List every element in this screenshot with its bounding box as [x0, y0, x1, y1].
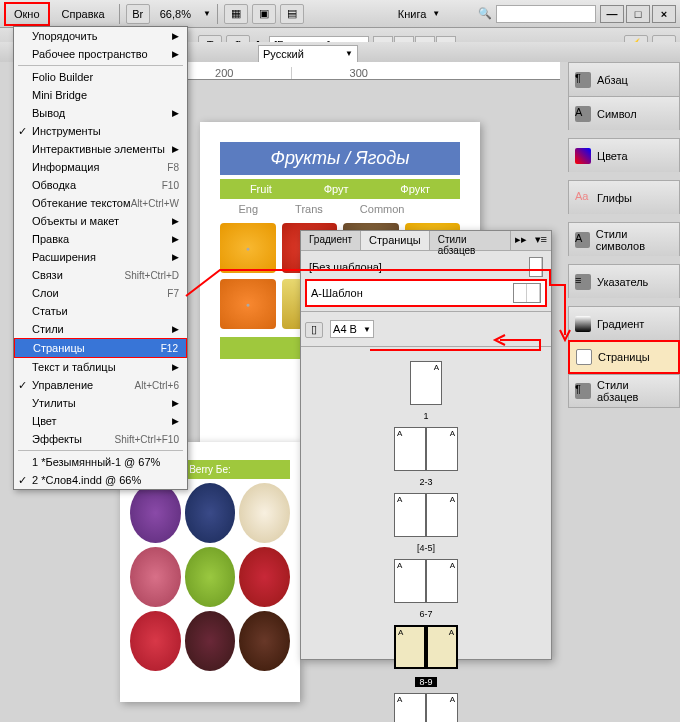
- master-a-template[interactable]: A-Шаблон: [305, 279, 547, 307]
- gradient-icon: [575, 316, 591, 332]
- paragraph-icon: ¶: [575, 72, 591, 88]
- menu-tools[interactable]: ✓Инструменты: [14, 122, 187, 140]
- menu-utilities[interactable]: Утилиты▶: [14, 394, 187, 412]
- window-menu-dropdown: Упорядочить▶ Рабочее пространство▶ Folio…: [13, 26, 188, 490]
- menu-doc1[interactable]: 1 *Безымянный-1 @ 67%: [14, 453, 187, 471]
- tab-para-styles[interactable]: Стили абзацев: [430, 231, 511, 250]
- menu-arrange[interactable]: Упорядочить▶: [14, 27, 187, 45]
- tab-gradient[interactable]: Градиент: [301, 231, 361, 250]
- page-size-icon[interactable]: ▯: [305, 322, 323, 338]
- menu-control[interactable]: ✓УправлениеAlt+Ctrl+6: [14, 376, 187, 394]
- para-styles-icon: ¶: [575, 383, 591, 399]
- menu-edit[interactable]: Правка▶: [14, 230, 187, 248]
- top-toolbar: Окно Справка Br 66,8%▼ ▦ ▣ ▤ Книга▼ 🔍 — …: [0, 0, 680, 28]
- right-panels: ¶Абзац AСимвол Цвета AaГлифы AСтили симв…: [568, 62, 680, 408]
- panel-colors[interactable]: Цвета: [568, 138, 680, 172]
- page-thumb-5[interactable]: A: [426, 493, 458, 537]
- menu-styles[interactable]: Стили▶: [14, 320, 187, 338]
- menu-window[interactable]: Окно: [4, 2, 50, 26]
- menu-stroke[interactable]: ОбводкаF10: [14, 176, 187, 194]
- page-thumb-8[interactable]: A: [394, 625, 426, 669]
- zoom-level[interactable]: 66,8%: [154, 8, 197, 20]
- page-thumb-2[interactable]: A: [394, 427, 426, 471]
- pages-floating-panel: Градиент Страницы Стили абзацев ▸▸ ▾≡ [Б…: [300, 230, 552, 660]
- page-thumb-10[interactable]: A: [394, 693, 426, 722]
- panel-collapse-icon[interactable]: ▸▸: [511, 231, 531, 250]
- page-thumb-9[interactable]: A: [426, 625, 458, 669]
- panel-menu-icon[interactable]: ▾≡: [531, 231, 551, 250]
- panel-index[interactable]: ≡Указатель: [568, 264, 680, 298]
- panel-paragraph[interactable]: ¶Абзац: [568, 62, 680, 96]
- menu-articles[interactable]: Статьи: [14, 302, 187, 320]
- master-none[interactable]: [Без шаблона]: [305, 255, 547, 279]
- menu-doc2[interactable]: ✓2 *Слов4.indd @ 66%: [14, 471, 187, 489]
- doc-subheader: FruitФрутФрукт: [220, 179, 460, 199]
- minimize-button[interactable]: —: [600, 5, 624, 23]
- panel-character[interactable]: AСимвол: [568, 96, 680, 130]
- page-thumb-1[interactable]: A: [410, 361, 442, 405]
- pages-icon: [576, 349, 592, 365]
- character-icon: A: [575, 106, 591, 122]
- page-thumb-7[interactable]: A: [426, 559, 458, 603]
- char-styles-icon: A: [575, 232, 590, 248]
- page-thumb-4[interactable]: A: [394, 493, 426, 537]
- page-thumb-11[interactable]: A: [426, 693, 458, 722]
- bridge-button[interactable]: Br: [126, 4, 150, 24]
- swatches-icon: [575, 148, 591, 164]
- pages-list: A1 AA2-3 AA[4-5] AA6-7 AA8-9 AA10-11: [301, 347, 551, 722]
- menu-text-tables[interactable]: Текст и таблицы▶: [14, 358, 187, 376]
- menu-output[interactable]: Вывод▶: [14, 104, 187, 122]
- menu-extensions[interactable]: Расширения▶: [14, 248, 187, 266]
- menu-help[interactable]: Справка: [54, 4, 113, 24]
- lang-select[interactable]: Русский▼: [258, 45, 358, 63]
- search-input[interactable]: [496, 5, 596, 23]
- menu-color[interactable]: Цвет▶: [14, 412, 187, 430]
- close-button[interactable]: ×: [652, 5, 676, 23]
- menu-effects[interactable]: ЭффектыShift+Ctrl+F10: [14, 430, 187, 448]
- menu-layers[interactable]: СлоиF7: [14, 284, 187, 302]
- maximize-button[interactable]: □: [626, 5, 650, 23]
- page-thumb-3[interactable]: A: [426, 427, 458, 471]
- menu-folio[interactable]: Folio Builder: [14, 68, 187, 86]
- menu-textwrap[interactable]: Обтекание текстомAlt+Ctrl+W: [14, 194, 187, 212]
- panel-pages[interactable]: Страницы: [568, 340, 680, 374]
- index-icon: ≡: [575, 274, 591, 290]
- tab-pages[interactable]: Страницы: [361, 231, 430, 250]
- page-thumb-6[interactable]: A: [394, 559, 426, 603]
- panel-para-styles[interactable]: ¶Стили абзацев: [568, 374, 680, 408]
- panel-gradient[interactable]: Градиент: [568, 306, 680, 340]
- panel-char-styles[interactable]: AСтили символов: [568, 222, 680, 256]
- search-icon: 🔍: [478, 7, 492, 20]
- menu-workspace[interactable]: Рабочее пространство▶: [14, 45, 187, 63]
- page-size-select[interactable]: A4 В▼: [330, 320, 374, 338]
- book-label[interactable]: Книга: [398, 8, 427, 20]
- menu-links[interactable]: СвязиShift+Ctrl+D: [14, 266, 187, 284]
- view-mode-icon[interactable]: ▦: [224, 4, 248, 24]
- panel-glyphs[interactable]: AaГлифы: [568, 180, 680, 214]
- arrange-icon[interactable]: ▤: [280, 4, 304, 24]
- menu-info[interactable]: ИнформацияF8: [14, 158, 187, 176]
- screen-mode-icon[interactable]: ▣: [252, 4, 276, 24]
- doc-title: Фрукты / Ягоды: [220, 142, 460, 175]
- menu-interactive[interactable]: Интерактивные элементы▶: [14, 140, 187, 158]
- menu-objects[interactable]: Объекты и макет▶: [14, 212, 187, 230]
- menu-pages[interactable]: СтраницыF12: [14, 338, 187, 358]
- menu-minibridge[interactable]: Mini Bridge: [14, 86, 187, 104]
- glyphs-icon: Aa: [575, 190, 591, 206]
